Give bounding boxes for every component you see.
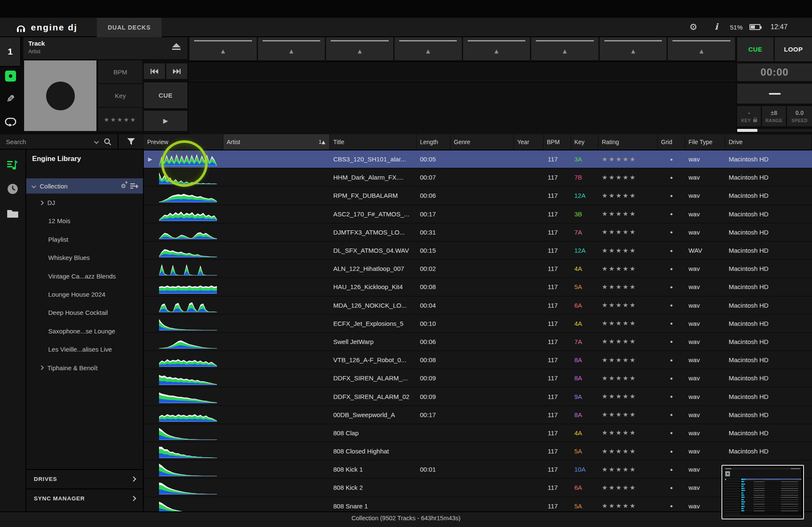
table-row[interactable]: ▶CBS3_120_SH101_alar...00:051173A★★★★★●w… (144, 150, 812, 168)
search-icon[interactable] (104, 138, 112, 146)
table-row[interactable]: DDFX_SIREN_ALARM_...00:091178A★★★★★●wavM… (144, 369, 812, 387)
table-row[interactable]: ALN_122_Hihatloop_00700:021174A★★★★★●wav… (144, 260, 812, 277)
hotcue-pad[interactable]: ▲ (463, 37, 530, 61)
track-info[interactable]: Track Artist (23, 37, 187, 59)
hotcue-pad[interactable]: ▲ (531, 37, 598, 61)
waveform-overview[interactable] (189, 63, 735, 81)
loop-mode-button[interactable] (0, 112, 21, 131)
cell-rating[interactable]: ★★★★★ (598, 205, 658, 223)
drives-row[interactable]: DRIVES (26, 469, 143, 488)
pitch-slider[interactable] (737, 129, 812, 132)
sidebar-item[interactable]: Les Vieille...alises Live (26, 340, 143, 358)
table-row[interactable]: 808 Kick 21176A★★★★★●wavMacintosh HD (144, 479, 812, 496)
hotcue-pad[interactable]: ▲ (395, 37, 462, 61)
sidebar-item[interactable]: Tiphaine & Benoît (26, 359, 143, 377)
table-row[interactable]: DL_SFX_ATMOS_04.WAV00:1511712A★★★★★●WAVM… (144, 242, 812, 259)
cell-rating[interactable]: ★★★★★ (598, 169, 658, 186)
range-control[interactable]: ±8 RANGE (762, 106, 786, 126)
column-header-grid[interactable]: Grid (658, 134, 685, 150)
skip-back-button[interactable] (144, 63, 165, 79)
table-row[interactable]: 808 Kick 100:0111710A★★★★★●wavMacintosh … (144, 461, 812, 478)
hotcue-pad[interactable]: ▲ (258, 37, 325, 61)
search-box[interactable] (0, 134, 118, 149)
filter-button[interactable] (118, 134, 144, 149)
sidebar-item[interactable]: Whiskey Blues (26, 248, 143, 267)
cell-rating[interactable]: ★★★★★ (598, 497, 658, 511)
hotcue-pad[interactable]: ▲ (668, 37, 735, 61)
column-header-rating[interactable]: Rating (598, 134, 658, 150)
eject-button[interactable] (171, 43, 181, 52)
settings-gear-icon[interactable]: ⚙ (689, 22, 697, 32)
history-nav-button[interactable] (0, 178, 25, 199)
cell-rating[interactable]: ★★★★★ (598, 351, 658, 369)
waveform-main[interactable] (189, 84, 735, 134)
playlists-nav-button[interactable] (0, 155, 25, 176)
table-row[interactable]: 808 Snare 11175A★★★★★●wavMacintosh HD (144, 497, 812, 511)
table-row[interactable]: ECFX_Jet_Explosions_500:101174A★★★★★●wav… (144, 315, 812, 332)
sidebar-item-collection[interactable]: Collection ⚙+ (26, 178, 143, 194)
table-row[interactable]: RPM_FX_DUBALARM00:0611712A★★★★★●wavMacin… (144, 187, 812, 204)
column-header-artist[interactable]: Artist1▲ (223, 134, 330, 150)
play-button[interactable]: ▶ (144, 111, 187, 131)
cue-button[interactable]: CUE (144, 82, 187, 108)
search-input[interactable] (0, 134, 85, 149)
cell-rating[interactable]: ★★★★★ (598, 479, 658, 496)
cell-rating[interactable]: ★★★★★ (598, 242, 658, 259)
search-options-chevron-icon[interactable] (94, 139, 99, 144)
info-icon[interactable]: i (715, 22, 718, 32)
sidebar-item[interactable]: Lounge House 2024 (26, 285, 143, 303)
deck-cue-button[interactable]: CUE (737, 37, 774, 61)
sidebar-item[interactable]: 12 Mois (26, 212, 143, 230)
cell-rating[interactable]: ★★★★★ (598, 278, 658, 295)
column-header-title[interactable]: Title (330, 134, 417, 150)
table-row[interactable]: DDFX_SIREN_ALARM_0200:091179A★★★★★●wavMa… (144, 388, 812, 405)
skip-forward-button[interactable] (166, 63, 187, 79)
column-header-file_type[interactable]: File Type (685, 134, 725, 150)
table-row[interactable]: HHM_Dark_Alarm_FX....00:071177B★★★★★●wav… (144, 169, 812, 186)
column-header-length[interactable]: Length (417, 134, 450, 150)
cell-rating[interactable]: ★★★★★ (598, 461, 658, 478)
cell-rating[interactable]: ★★★★★ (598, 333, 658, 350)
sidebar-item[interactable]: Saxophone...se Lounge (26, 322, 143, 340)
cell-rating[interactable]: ★★★★★ (598, 260, 658, 277)
table-row[interactable]: Swell JetWarp00:061177A★★★★★●wavMacintos… (144, 333, 812, 350)
table-row[interactable]: 808 Closed Highhat1175A★★★★★●wavMacintos… (144, 442, 812, 460)
table-row[interactable]: HAU_126_Kickloop_Kit400:081175A★★★★★●wav… (144, 278, 812, 295)
collection-chevron-icon[interactable] (31, 183, 36, 188)
cell-rating[interactable]: ★★★★★ (598, 388, 658, 405)
cell-rating[interactable]: ★★★★★ (598, 187, 658, 204)
table-row[interactable]: MDA_126_NOKICK_LO...00:041176A★★★★★●wavM… (144, 297, 812, 314)
sidebar-item[interactable]: Playlist (26, 230, 143, 248)
collection-settings-icon[interactable]: ⚙+ (121, 183, 126, 189)
cell-rating[interactable]: ★★★★★ (598, 442, 658, 460)
cell-rating[interactable]: ★★★★★ (598, 224, 658, 241)
deck-loop-button[interactable]: LOOP (775, 37, 812, 61)
hotcue-pad[interactable]: ▲ (189, 37, 257, 61)
track-rating[interactable]: ★★★★★ (98, 108, 143, 131)
speed-control[interactable]: 0.0 SPEED (787, 106, 812, 126)
cell-rating[interactable]: ★★★★★ (598, 315, 658, 332)
table-row[interactable]: DJMTFX3_ATMOS_LO...00:311177A★★★★★●wavMa… (144, 224, 812, 241)
cell-rating[interactable]: ★★★★★ (598, 424, 658, 442)
files-nav-button[interactable] (0, 203, 25, 224)
cell-rating[interactable]: ★★★★★ (598, 369, 658, 387)
table-row[interactable]: 808 Clap1174A★★★★★●wavMacintosh HD (144, 424, 812, 442)
column-header-key[interactable]: Key (571, 134, 598, 150)
table-row[interactable]: VTB_126_A-F_Robot_0...00:081178A★★★★★●wa… (144, 351, 812, 369)
edit-grid-button[interactable]: ✎ (0, 90, 21, 108)
key-lock-control[interactable]: - KEY (737, 106, 761, 126)
sidebar-item[interactable]: Vintage Ca...azz Blends (26, 267, 143, 285)
cell-rating[interactable]: ★★★★★ (598, 297, 658, 314)
column-header-drive[interactable]: Drive (725, 134, 812, 150)
table-row[interactable]: 00DB_Sweepworld_A00:171178A★★★★★●wavMaci… (144, 406, 812, 423)
pitch-slider-thumb[interactable] (737, 129, 757, 132)
column-header-year[interactable]: Year (514, 134, 543, 150)
add-playlist-icon[interactable] (130, 183, 139, 189)
row-play-icon[interactable]: ▶ (148, 156, 152, 162)
hotcue-pad[interactable]: ▲ (326, 37, 393, 61)
sidebar-item[interactable]: Deep House Cocktail (26, 303, 143, 322)
tab-dual-decks[interactable]: DUAL DECKS (97, 18, 162, 37)
hotcue-pad[interactable]: ▲ (600, 37, 667, 61)
pad-mode-button[interactable] (0, 67, 21, 85)
column-header-bpm[interactable]: BPM (543, 134, 571, 150)
